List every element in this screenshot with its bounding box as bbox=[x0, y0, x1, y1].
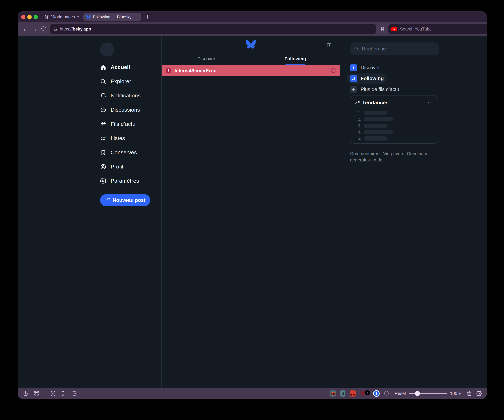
sidebar-item[interactable]: Notifications bbox=[100, 88, 158, 103]
youtube-search-bar[interactable]: Search YouTube bbox=[388, 24, 486, 34]
sidebar-item-icon bbox=[100, 149, 107, 156]
puzzle-extensions-icon[interactable] bbox=[384, 391, 390, 397]
sidebar-item[interactable]: Conservés bbox=[100, 145, 158, 159]
back-button[interactable]: ← bbox=[22, 26, 29, 32]
footer-link[interactable]: Vie privée bbox=[383, 151, 407, 156]
sidebar-nav: Accueil Explorer Notifications bbox=[100, 42, 158, 57]
zoom-slider-knob[interactable] bbox=[415, 391, 420, 396]
alert-icon: ! bbox=[166, 68, 171, 73]
download-icon[interactable] bbox=[23, 391, 29, 396]
stylus-extension-icon[interactable]: S bbox=[340, 390, 346, 397]
feed-shortcut[interactable]: Plus de fils d’actu bbox=[347, 84, 403, 94]
zoom-slider[interactable] bbox=[409, 393, 447, 394]
code-block-icon[interactable] bbox=[71, 391, 77, 396]
trend-skeleton-bar bbox=[364, 124, 387, 128]
right-column: Recherche Discover Following bbox=[340, 36, 486, 388]
youtube-search-placeholder: Search YouTube bbox=[400, 27, 432, 32]
tab-discover[interactable]: Discover bbox=[162, 53, 251, 65]
feed-icon bbox=[350, 75, 357, 82]
feed-icon bbox=[350, 64, 357, 71]
new-post-label: Nouveau post bbox=[113, 197, 145, 203]
desktop: Workspaces ▾ Following — Bluesky + ← → h… bbox=[0, 0, 504, 420]
sidebar-item[interactable]: Listes bbox=[100, 131, 158, 145]
gear-icon[interactable] bbox=[476, 391, 482, 396]
forward-button[interactable]: → bbox=[31, 26, 38, 32]
sidebar-item-label: Conservés bbox=[111, 149, 137, 156]
tab-following-bluesky[interactable]: Following — Bluesky bbox=[84, 13, 141, 21]
trends-card: Tendances ⋯ 1. 2. bbox=[350, 95, 438, 144]
close-window-button[interactable] bbox=[21, 15, 25, 19]
sidebar-item-label: Discussions bbox=[111, 107, 140, 113]
divider bbox=[46, 391, 46, 396]
zoom-reset-button[interactable]: Reset bbox=[395, 391, 406, 396]
feed-shortcut[interactable]: Discover bbox=[347, 63, 384, 73]
trends-skeleton-list: 1. 2. 3. bbox=[355, 110, 433, 142]
traffic-lights bbox=[21, 15, 38, 19]
feeds-hash-icon[interactable] bbox=[326, 41, 332, 47]
browser-tab-bar: Workspaces ▾ Following — Bluesky + bbox=[18, 12, 486, 22]
onepassword-extension-icon[interactable]: 1 bbox=[373, 390, 380, 397]
workspaces-menu[interactable]: Workspaces ▾ bbox=[44, 14, 79, 20]
sidebar-item[interactable]: Profil bbox=[100, 159, 158, 174]
tab-following[interactable]: Following bbox=[251, 53, 340, 65]
footer-links: CommentairesVie privéeConditions général… bbox=[350, 151, 442, 163]
zoom-window-button[interactable] bbox=[34, 15, 38, 19]
page-code-icon[interactable] bbox=[61, 391, 66, 396]
footer-link[interactable]: Commentaires bbox=[350, 151, 383, 156]
search-icon bbox=[354, 46, 359, 52]
trend-row: 1. bbox=[355, 110, 433, 116]
trend-skeleton-bar bbox=[364, 136, 388, 140]
address-bar[interactable]: https://bsky.app bbox=[50, 24, 376, 34]
sidebar-item-icon bbox=[100, 163, 107, 170]
browser-window: Workspaces ▾ Following — Bluesky + ← → h… bbox=[18, 12, 486, 399]
sidebar-item[interactable]: Fils d’actu bbox=[100, 117, 158, 131]
trend-rank: 4. bbox=[355, 130, 361, 135]
trash-icon[interactable] bbox=[466, 391, 472, 396]
sidebar-item-label: Explorer bbox=[111, 78, 131, 84]
retry-icon[interactable] bbox=[330, 68, 336, 73]
sidebar-item-icon bbox=[100, 93, 107, 99]
feed-tabs: Discover Following bbox=[162, 53, 340, 65]
new-post-button[interactable]: Nouveau post bbox=[100, 194, 150, 206]
active-tab-underline bbox=[286, 64, 305, 65]
footer-link[interactable]: Aide bbox=[373, 158, 382, 162]
sidebar-item[interactable]: Explorer bbox=[100, 74, 158, 88]
workspaces-label: Workspaces bbox=[51, 15, 75, 19]
bookmark-icon[interactable] bbox=[380, 26, 385, 32]
command-icon[interactable]: ⌘ bbox=[33, 391, 40, 396]
sidebar-item[interactable]: Discussions bbox=[100, 103, 158, 117]
minimize-window-button[interactable] bbox=[27, 15, 32, 19]
trend-rank: 1. bbox=[355, 111, 361, 116]
sidebar-item[interactable]: Paramètres bbox=[100, 174, 158, 188]
error-message: InternalServerError bbox=[174, 68, 217, 73]
search-input[interactable]: Recherche bbox=[350, 42, 439, 55]
trend-rank: 5. bbox=[355, 136, 361, 141]
goggles-robot-extension-icon[interactable] bbox=[330, 391, 336, 397]
sidebar-item-icon bbox=[100, 78, 107, 85]
feed-shortcut[interactable]: Following bbox=[347, 73, 387, 84]
sidebar-item-icon bbox=[100, 121, 107, 127]
error-banner: ! InternalServerError bbox=[162, 65, 340, 76]
trend-rank: 3. bbox=[355, 123, 361, 128]
reload-button[interactable] bbox=[40, 26, 47, 32]
trends-menu-button[interactable]: ⋯ bbox=[427, 101, 433, 104]
sidebar-item-icon bbox=[100, 178, 107, 184]
sidebar-item-icon bbox=[100, 64, 107, 70]
new-tab-button[interactable]: + bbox=[145, 14, 150, 20]
compose-icon bbox=[105, 198, 110, 203]
chevron-down-icon: ▾ bbox=[77, 15, 79, 19]
zoom-level: 100 % bbox=[450, 391, 462, 396]
bluesky-butterfly-logo[interactable] bbox=[246, 40, 256, 49]
sidebar-item-label: Profil bbox=[111, 163, 123, 170]
trend-skeleton-bar bbox=[364, 111, 387, 115]
user-avatar-placeholder[interactable] bbox=[100, 42, 114, 57]
red-dots-extension-icon[interactable] bbox=[350, 391, 356, 397]
feed-column: Discover Following ! InternalServerError bbox=[162, 36, 340, 388]
lock-icon bbox=[53, 27, 58, 31]
search-placeholder: Recherche bbox=[362, 46, 386, 52]
sidebar-item[interactable]: Accueil bbox=[100, 60, 158, 74]
screenshot-icon[interactable] bbox=[50, 391, 56, 396]
left-column: Accueil Explorer Notifications bbox=[18, 36, 162, 388]
adblock-shield-extension-icon[interactable]: 5 bbox=[360, 390, 366, 397]
trends-title: Tendances bbox=[362, 100, 389, 105]
